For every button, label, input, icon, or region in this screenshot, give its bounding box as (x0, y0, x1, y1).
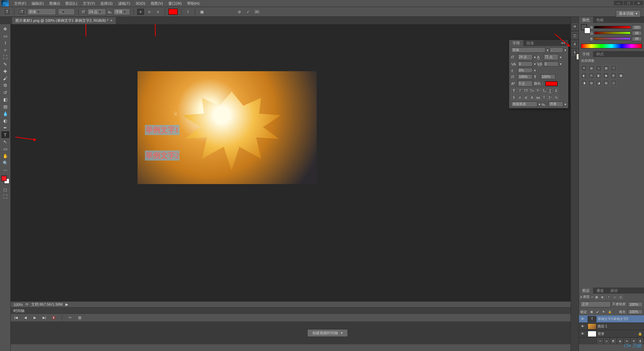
ot-fi[interactable]: fi (511, 95, 517, 100)
char-baseline[interactable]: 0 点 (518, 81, 533, 87)
new-layer-button[interactable]: ⊞ (631, 339, 636, 343)
align-left-button[interactable]: ≡ (137, 9, 144, 15)
timeline-play[interactable]: ▶ (32, 315, 38, 320)
lock-position[interactable]: ✥ (601, 310, 606, 314)
tab-char-style[interactable]: 字符 (579, 51, 593, 57)
close-button[interactable]: ✕ (634, 1, 643, 5)
adj-bw-icon[interactable]: ◧ (596, 73, 602, 79)
char-font-size[interactable]: 24 点 (518, 54, 533, 60)
underline[interactable]: T (547, 88, 553, 93)
screenmode-toggle[interactable]: ⛶ (1, 193, 9, 200)
font-family-dropdown[interactable]: 宋体▾ (27, 8, 56, 15)
warp-text-button[interactable]: ⌇ (185, 9, 192, 15)
crop-tool[interactable]: ⛶ (1, 54, 9, 60)
mini-character-icon[interactable]: A (572, 41, 578, 47)
adj-balance-icon[interactable]: ⚖ (588, 73, 594, 79)
menu-window[interactable]: 窗口(W) (166, 0, 184, 7)
menu-filter[interactable]: 滤镜(T) (115, 0, 133, 7)
char-language[interactable]: 美国英语 (511, 101, 537, 107)
text-color-swatch[interactable] (168, 9, 178, 15)
filter-pixel-icon[interactable]: ▦ (594, 295, 599, 299)
menu-layer[interactable]: 图层(L) (63, 0, 80, 7)
char-scale-v[interactable]: 100% (518, 74, 533, 79)
adj-photo-filter-icon[interactable]: ◉ (603, 73, 609, 79)
ot-T[interactable]: T (541, 95, 547, 100)
clone-stamp-tool[interactable]: ⧉ (1, 82, 9, 89)
create-video-timeline-button[interactable]: 创建视频时间轴▾ (307, 329, 348, 337)
foreground-color[interactable] (1, 176, 7, 181)
quickmask-toggle[interactable]: ◻ (1, 186, 9, 193)
3d-text-button[interactable]: 3D (254, 9, 260, 15)
dodge-tool[interactable]: ◐ (1, 117, 9, 124)
tab-paragraph[interactable]: 段落 (523, 40, 537, 46)
lock-transparency[interactable]: ▦ (589, 310, 594, 314)
status-menu-arrow[interactable]: ▶ (65, 302, 68, 307)
char-leading[interactable]: 72 点 (544, 54, 558, 60)
timeline-prev-frame[interactable]: ◀ (23, 315, 28, 320)
g-slider[interactable] (594, 32, 631, 35)
text-layer-sample-1[interactable]: 举例文字1 (145, 125, 179, 135)
tab-close-button[interactable]: × (110, 19, 112, 23)
small-caps[interactable]: Tᴛ (529, 88, 535, 93)
char-font-style[interactable]: - (550, 47, 563, 53)
commit-edits-button[interactable]: ✓ (245, 9, 252, 15)
cancel-edits-button[interactable]: ⊘ (236, 9, 243, 15)
history-brush-tool[interactable]: ↺ (1, 89, 9, 96)
layer-row[interactable]: 👁 背景 🔒 (579, 330, 644, 338)
document-tab[interactable]: 图片素材1.png @ 100% (举例文字1 举例文字2, RGB/8) * … (12, 17, 116, 24)
timeline-next-frame[interactable]: ▶| (42, 315, 47, 320)
char-shift[interactable]: 0% (518, 68, 533, 73)
faux-bold[interactable]: T (511, 88, 517, 93)
ot-st[interactable]: st (523, 95, 529, 100)
antialias-dropdown[interactable]: 浑厚▾ (113, 8, 130, 15)
marquee-tool[interactable]: ▭ (1, 33, 9, 39)
char-text-color[interactable] (545, 81, 557, 86)
hand-tool[interactable]: ✋ (1, 152, 9, 159)
menu-edit[interactable]: 编辑(E) (29, 0, 47, 7)
new-adjustment-button[interactable]: ◐ (618, 339, 623, 343)
char-font-family[interactable]: 宋体 (511, 47, 545, 53)
ot-half[interactable]: ½ (553, 95, 559, 100)
adj-gradient-icon[interactable]: ▥ (603, 80, 609, 86)
visibility-toggle[interactable]: 👁 (579, 317, 586, 321)
all-caps[interactable]: TT (523, 88, 529, 93)
char-scale-h[interactable]: 100% (541, 74, 555, 79)
timeline-panel-header[interactable]: 时间轴 (11, 307, 644, 313)
font-style-dropdown[interactable]: -▾ (58, 8, 75, 15)
adj-levels-icon[interactable]: ▥ (588, 65, 594, 71)
menu-file[interactable]: 文件(F) (11, 0, 29, 7)
ot-aa[interactable]: aa (535, 95, 541, 100)
faux-italic[interactable]: T (517, 88, 523, 93)
type-tool[interactable]: T (1, 131, 9, 138)
filter-adjust-icon[interactable]: ◐ (600, 295, 605, 299)
b-value[interactable]: 88 (632, 37, 642, 41)
adj-selective-icon[interactable]: ◫ (610, 80, 616, 86)
tab-layers[interactable]: 图层 (579, 288, 593, 294)
adj-invert-icon[interactable]: ◨ (581, 80, 587, 86)
r-slider[interactable] (594, 26, 631, 29)
tab-styles[interactable]: 样式 (593, 51, 607, 57)
bg-swatch[interactable] (584, 28, 590, 34)
adj-vibrance-icon[interactable]: ▽ (610, 65, 616, 71)
ot-1st[interactable]: 1ˢ (547, 95, 553, 100)
ot-A[interactable]: A (529, 95, 535, 100)
align-center-button[interactable]: ≡ (146, 9, 153, 15)
char-kerning[interactable]: 0 (518, 61, 533, 67)
brush-tool[interactable]: 🖌 (1, 75, 9, 82)
adj-mixer-icon[interactable]: ⊞ (610, 73, 616, 79)
path-select-tool[interactable]: ↖ (1, 138, 9, 145)
layer-name[interactable]: 举例文字1举例文字2 (598, 317, 628, 321)
healing-brush-tool[interactable]: ✚ (1, 68, 9, 75)
menu-view[interactable]: 视图(V) (148, 0, 166, 7)
link-layers-button[interactable]: ⚯ (598, 339, 602, 343)
fill-value[interactable]: 100% (628, 309, 643, 314)
text-orientation-toggle[interactable]: ⁝T (18, 8, 25, 15)
filter-smart-icon[interactable]: ◫ (619, 295, 623, 299)
text-layer-sample-2[interactable]: 举例文字2 (145, 150, 179, 161)
adj-brightness-icon[interactable]: ☀ (581, 65, 587, 71)
layer-fx-button[interactable]: fx (604, 339, 609, 343)
document-canvas[interactable]: 举例文字1 举例文字2 (138, 71, 317, 184)
b-slider[interactable] (594, 37, 631, 41)
shape-tool[interactable]: ▭ (1, 145, 9, 152)
adj-lookup-icon[interactable]: ▦ (618, 73, 624, 79)
